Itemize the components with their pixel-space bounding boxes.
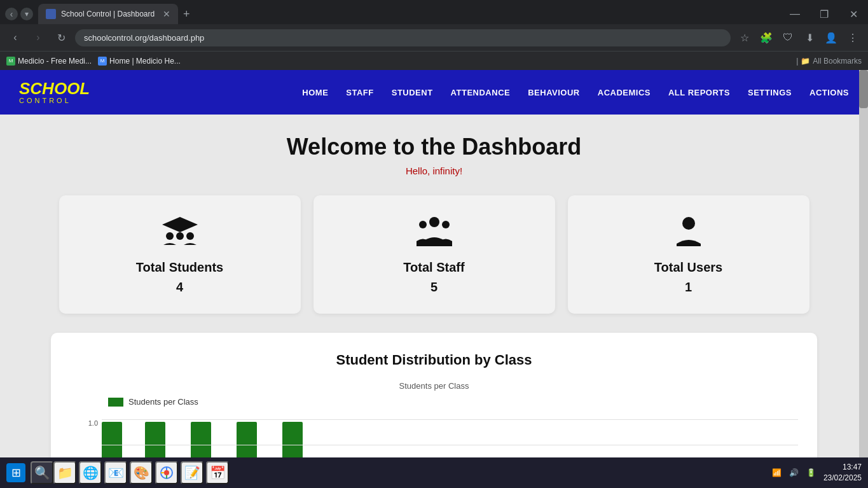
minimize-button[interactable]: —	[780, 4, 809, 24]
main-content: Welcome to the Dashboard Hello, infinity…	[0, 115, 868, 488]
users-label: Total Users	[654, 260, 722, 275]
close-button[interactable]: ✕	[839, 4, 868, 24]
nav-actions[interactable]: ACTIONS	[809, 88, 849, 97]
start-button[interactable]: ⊞	[6, 463, 25, 482]
bookmark-1[interactable]: M Medicio - Free Medi...	[6, 57, 92, 66]
svg-point-3	[186, 232, 194, 240]
svg-point-5	[429, 217, 439, 227]
taskbar-right: 📶 🔊 🔋 13:47 23/02/2025	[772, 462, 862, 484]
bookmark-2-icon: M	[98, 57, 107, 66]
staff-label: Total Staff	[403, 260, 464, 275]
menu-icon[interactable]: ⋮	[844, 29, 862, 46]
taskbar-search[interactable]: 🔍	[31, 461, 53, 484]
nav-settings[interactable]: SETTINGS	[748, 88, 792, 97]
nav-links: HOME STAFF STUDENT ATTENDANCE BEHAVIOUR …	[302, 87, 849, 98]
profile-icon[interactable]: 👤	[822, 29, 840, 46]
chart-title: Student Distribution by Class	[70, 352, 798, 368]
recent-tabs-button[interactable]: ▾	[20, 8, 33, 20]
forward-nav-button[interactable]: ›	[29, 29, 47, 46]
star-icon[interactable]: ☆	[736, 29, 754, 46]
taskbar-file-explorer[interactable]: 📁	[53, 461, 76, 484]
all-bookmarks-label[interactable]: All Bookmarks	[813, 57, 862, 66]
nav-academics[interactable]: ACADEMICS	[598, 88, 651, 97]
logo-text-top: SCHOOL	[19, 80, 90, 97]
svg-point-6	[419, 221, 427, 228]
refresh-button[interactable]: ↻	[52, 29, 70, 46]
taskbar-mail[interactable]: 📧	[104, 461, 127, 484]
taskbar: ⊞ 🔍 📁 🌐 📧 🎨 📝 📅 📶 🔊 🔋	[0, 457, 868, 488]
card-staff[interactable]: Total Staff 5	[313, 195, 555, 314]
bookmark-1-icon: M	[6, 57, 15, 66]
svg-rect-1	[174, 225, 186, 227]
taskbar-date-display: 23/02/2025	[823, 473, 862, 484]
svg-point-7	[442, 221, 450, 228]
svg-point-8	[682, 217, 695, 230]
bookmark-2[interactable]: M Home | Medicio He...	[98, 57, 181, 66]
nav-student[interactable]: STUDENT	[392, 88, 433, 97]
back-button[interactable]: ‹	[5, 8, 18, 20]
extensions-icon[interactable]: 🧩	[757, 29, 775, 46]
students-label: Total Students	[136, 260, 223, 275]
maximize-button[interactable]: ❐	[809, 4, 839, 24]
tab-title: School Control | Dashboard	[61, 10, 158, 18]
download-icon[interactable]: ⬇	[801, 29, 818, 46]
staff-icon	[415, 214, 453, 253]
bookmark-2-label: Home | Medicio He...	[109, 57, 181, 66]
taskbar-vscode[interactable]: 📝	[181, 461, 203, 484]
users-value: 1	[685, 280, 692, 295]
dashboard-title: Welcome to the Dashboard	[51, 134, 817, 160]
shield-icon[interactable]: 🛡	[779, 29, 797, 46]
nav-staff[interactable]: STAFF	[346, 88, 373, 97]
battery-icon: 🔋	[806, 468, 816, 477]
y-label-top: 1.0	[70, 419, 98, 427]
svg-point-2	[166, 232, 174, 240]
scroll-thumb[interactable]	[859, 70, 868, 108]
tab-close-button[interactable]: ✕	[163, 9, 170, 19]
all-bookmarks-icon: 📁	[801, 57, 810, 66]
site-nav: SCHOOL CONTROL HOME STAFF STUDENT ATTEND…	[0, 70, 868, 115]
taskbar-icons: 📁 🌐 📧 🎨 📝 📅	[53, 461, 229, 484]
nav-home[interactable]: HOME	[302, 88, 328, 97]
stats-row: Total Students 4	[51, 195, 817, 314]
students-value: 4	[176, 280, 183, 295]
taskbar-clock: 13:47 23/02/2025	[823, 462, 862, 484]
legend-label: Students per Class	[128, 397, 198, 407]
address-bar[interactable]	[75, 29, 731, 46]
tab-favicon	[46, 9, 56, 19]
card-users[interactable]: Total Users 1	[568, 195, 809, 314]
legend-color	[108, 398, 123, 407]
new-tab-button[interactable]: +	[178, 4, 195, 24]
taskbar-chrome[interactable]	[155, 461, 178, 484]
logo[interactable]: SCHOOL CONTROL	[19, 80, 90, 104]
chart-legend: Students per Class	[108, 397, 798, 407]
nav-attendance[interactable]: ATTENDANCE	[451, 88, 511, 97]
scrollbar[interactable]	[859, 70, 868, 488]
taskbar-time-display: 13:47	[823, 462, 862, 473]
card-students[interactable]: Total Students 4	[59, 195, 301, 314]
bookmarks-separator: |	[796, 57, 798, 66]
nav-all-reports[interactable]: ALL REPORTS	[668, 88, 730, 97]
chart-subtitle: Students per Class	[70, 381, 798, 391]
taskbar-edge[interactable]: 🌐	[79, 461, 102, 484]
bookmark-1-label: Medicio - Free Medi...	[18, 57, 92, 66]
taskbar-paint[interactable]: 🎨	[130, 461, 153, 484]
svg-point-10	[164, 470, 169, 475]
students-icon	[161, 214, 199, 253]
volume-icon: 🔊	[789, 468, 799, 477]
taskbar-calendar[interactable]: 📅	[206, 461, 229, 484]
wifi-icon: 📶	[772, 468, 782, 477]
staff-value: 5	[431, 280, 437, 295]
nav-behaviour[interactable]: BEHAVIOUR	[528, 88, 580, 97]
active-tab[interactable]: School Control | Dashboard ✕	[38, 4, 178, 24]
users-icon	[673, 214, 705, 253]
dashboard-subtitle: Hello, infinity!	[51, 165, 817, 176]
back-nav-button[interactable]: ‹	[6, 29, 24, 46]
svg-point-4	[176, 232, 184, 240]
